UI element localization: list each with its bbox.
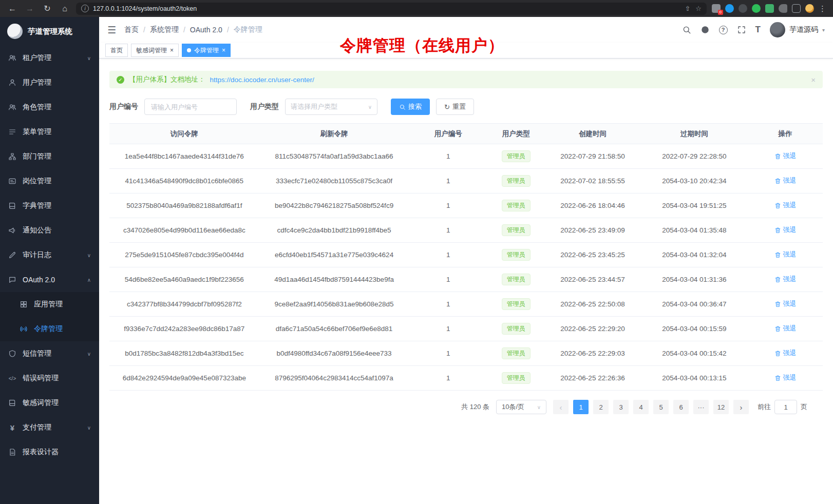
user-menu[interactable]: 芋道源码 ▾ bbox=[770, 22, 825, 37]
col-user-id: 用户编号 bbox=[409, 124, 487, 144]
page-button-3[interactable]: 3 bbox=[613, 400, 629, 414]
force-logout-button[interactable]: 强退 bbox=[774, 324, 797, 333]
address-bar[interactable]: i 127.0.0.1:1024/system/oauth2/token ⇧ ☆ bbox=[76, 3, 707, 15]
sidebar-item-report-designer[interactable]: 报表设计器 bbox=[0, 440, 99, 464]
app-logo[interactable]: 芋道管理系统 bbox=[0, 17, 99, 46]
app-title: 芋道管理系统 bbox=[28, 27, 72, 36]
sidebar-item-department[interactable]: 部门管理 bbox=[0, 144, 99, 169]
extension-icon-3[interactable] bbox=[739, 4, 747, 13]
force-logout-button[interactable]: 强退 bbox=[774, 348, 797, 358]
side-panel-icon[interactable] bbox=[792, 4, 801, 13]
page-size-select[interactable]: 10条/页 ∨ bbox=[496, 400, 546, 414]
sidebar-item-dict[interactable]: 字典管理 bbox=[0, 193, 99, 218]
breadcrumb-system[interactable]: 系统管理 bbox=[150, 25, 179, 34]
dict-icon bbox=[8, 202, 16, 210]
sidebar-item-tenant[interactable]: 租户管理 ∨ bbox=[0, 46, 99, 70]
menu-icon bbox=[8, 128, 16, 136]
close-icon[interactable]: × bbox=[222, 47, 225, 53]
extension-icon-4[interactable] bbox=[752, 4, 761, 13]
sidebar-item-notice[interactable]: 通知公告 bbox=[0, 218, 99, 243]
extensions-puzzle-icon[interactable] bbox=[779, 4, 787, 13]
breadcrumb-home[interactable]: 首页 bbox=[124, 25, 139, 34]
share-icon[interactable]: ⇧ bbox=[685, 5, 690, 12]
prev-page-button[interactable]: ‹ bbox=[553, 400, 569, 414]
page-ellipsis-button[interactable]: ··· bbox=[693, 400, 709, 414]
hamburger-menu-icon[interactable]: ☰ bbox=[107, 24, 116, 36]
page-button-1[interactable]: 1 bbox=[573, 400, 589, 414]
search-button[interactable]: 搜索 bbox=[391, 99, 430, 115]
sidebar-item-sms[interactable]: 短信管理 ∨ bbox=[0, 341, 99, 366]
sidebar-item-post[interactable]: 岗位管理 bbox=[0, 169, 99, 193]
annotation-text: 令牌管理（在线用户） bbox=[340, 35, 504, 56]
page-button-5[interactable]: 5 bbox=[653, 400, 669, 414]
tab-token[interactable]: 令牌管理 × bbox=[182, 44, 231, 57]
trash-icon bbox=[774, 375, 781, 381]
pagination: 共 120 条 10条/页 ∨ ‹ 1 2 3 4 5 6 ··· 12 › 前… bbox=[109, 400, 823, 414]
bookmark-star-icon[interactable]: ☆ bbox=[695, 5, 702, 12]
extension-icon-5[interactable] bbox=[765, 4, 774, 13]
tab-sensitive-word[interactable]: 敏感词管理 × bbox=[131, 44, 179, 57]
force-logout-button[interactable]: 强退 bbox=[774, 176, 797, 185]
token-table: 访问令牌 刷新令牌 用户编号 用户类型 创建时间 过期时间 操作 1ea5e44… bbox=[109, 123, 823, 391]
browser-forward-button[interactable]: → bbox=[24, 3, 36, 15]
trash-icon bbox=[774, 227, 781, 234]
alert-close-icon[interactable]: × bbox=[811, 75, 816, 84]
fullscreen-icon[interactable] bbox=[737, 25, 746, 34]
font-size-icon[interactable]: T bbox=[755, 25, 761, 35]
site-info-icon[interactable]: i bbox=[81, 5, 89, 12]
goto-suffix: 页 bbox=[801, 402, 807, 412]
browser-home-button[interactable]: ⌂ bbox=[59, 3, 71, 15]
sidebar-item-role[interactable]: 角色管理 bbox=[0, 95, 99, 120]
sidebar-item-oauth2-token[interactable]: 令牌管理 bbox=[0, 317, 99, 341]
breadcrumb-oauth2[interactable]: OAuth 2.0 bbox=[190, 26, 222, 34]
user-type-select[interactable]: 请选择用户类型 ∨ bbox=[285, 99, 377, 115]
page-button-12[interactable]: 12 bbox=[713, 400, 729, 414]
department-icon bbox=[8, 152, 16, 161]
success-check-icon: ✓ bbox=[117, 76, 124, 84]
extension-icon-1[interactable]: 0 bbox=[712, 4, 721, 13]
alert-text: 【用户体系】文档地址： bbox=[129, 75, 205, 84]
browser-profile-avatar[interactable] bbox=[805, 4, 814, 13]
force-logout-button[interactable]: 强退 bbox=[774, 201, 797, 210]
browser-back-button[interactable]: ← bbox=[6, 3, 18, 15]
doc-alert: ✓ 【用户体系】文档地址： https://doc.iocoder.cn/use… bbox=[109, 71, 823, 88]
force-logout-button[interactable]: 强退 bbox=[774, 275, 797, 284]
sidebar-item-oauth2[interactable]: OAuth 2.0 ∧ bbox=[0, 267, 99, 292]
user-type-badge: 管理员 bbox=[502, 249, 531, 261]
github-icon[interactable] bbox=[701, 25, 710, 34]
next-page-button[interactable]: › bbox=[733, 400, 749, 414]
sidebar-item-audit-log[interactable]: 审计日志 ∨ bbox=[0, 243, 99, 267]
force-logout-button[interactable]: 强退 bbox=[774, 225, 797, 235]
help-icon[interactable]: ? bbox=[719, 26, 728, 34]
browser-menu-icon[interactable]: ⋮ bbox=[819, 4, 827, 13]
page-button-2[interactable]: 2 bbox=[593, 400, 609, 414]
table-row: 54d6be82ee5a460a9aedc1f9bf223656 49d1aa4… bbox=[109, 267, 823, 292]
sidebar-item-payment[interactable]: ¥ 支付管理 ∨ bbox=[0, 415, 99, 440]
force-logout-button[interactable]: 强退 bbox=[774, 151, 797, 161]
url-text[interactable]: 127.0.0.1:1024/system/oauth2/token bbox=[93, 5, 680, 12]
breadcrumb-separator: / bbox=[227, 26, 229, 34]
browser-reload-button[interactable]: ↻ bbox=[41, 3, 53, 15]
reset-button[interactable]: ↻ 重置 bbox=[436, 99, 474, 115]
sidebar-item-sensitive-word[interactable]: 敏感词管理 bbox=[0, 391, 99, 415]
page-button-6[interactable]: 6 bbox=[673, 400, 689, 414]
force-logout-button[interactable]: 强退 bbox=[774, 250, 797, 259]
sidebar-item-user[interactable]: 用户管理 bbox=[0, 70, 99, 95]
force-logout-button[interactable]: 强退 bbox=[774, 373, 797, 382]
sidebar-item-oauth2-app[interactable]: 应用管理 bbox=[0, 292, 99, 317]
page-button-4[interactable]: 4 bbox=[633, 400, 649, 414]
col-user-type: 用户类型 bbox=[487, 124, 544, 144]
user-type-badge: 管理员 bbox=[502, 372, 531, 384]
goto-page-input[interactable] bbox=[774, 400, 797, 414]
user-id-input[interactable] bbox=[144, 99, 237, 115]
table-row: 275e5de9151045fe87cbdc395e004f4d e6cfd40… bbox=[109, 243, 823, 267]
sidebar-item-error-code[interactable]: </> 错误码管理 bbox=[0, 366, 99, 391]
close-icon[interactable]: × bbox=[170, 47, 174, 53]
sidebar-item-menu[interactable]: 菜单管理 bbox=[0, 120, 99, 144]
search-icon[interactable] bbox=[682, 25, 691, 34]
table-row: 502375b8040a469a9b82188afdf6af1f be90422… bbox=[109, 193, 823, 218]
doc-link[interactable]: https://doc.iocoder.cn/user-center/ bbox=[210, 76, 314, 84]
force-logout-button[interactable]: 强退 bbox=[774, 299, 797, 308]
tab-home[interactable]: 首页 bbox=[105, 44, 128, 57]
extension-icon-2[interactable] bbox=[725, 4, 734, 13]
